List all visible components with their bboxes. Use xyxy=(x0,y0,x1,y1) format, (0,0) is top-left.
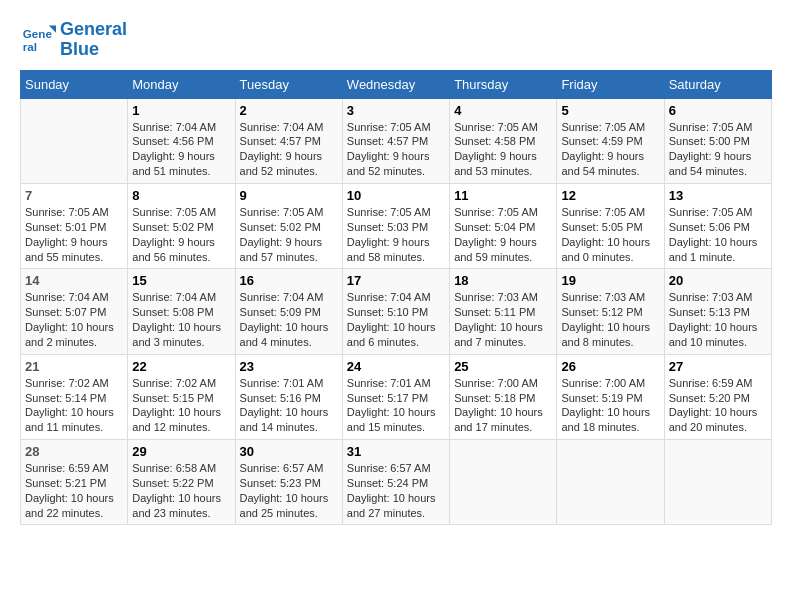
cell-info: Sunrise: 7:02 AMSunset: 5:14 PMDaylight:… xyxy=(25,376,123,435)
calendar-cell: 4Sunrise: 7:05 AMSunset: 4:58 PMDaylight… xyxy=(450,98,557,183)
week-row-3: 14Sunrise: 7:04 AMSunset: 5:07 PMDayligh… xyxy=(21,269,772,354)
cell-info: Sunrise: 7:05 AMSunset: 4:58 PMDaylight:… xyxy=(454,120,552,179)
cell-info: Sunrise: 7:04 AMSunset: 5:10 PMDaylight:… xyxy=(347,290,445,349)
cell-info: Sunrise: 7:05 AMSunset: 5:03 PMDaylight:… xyxy=(347,205,445,264)
cell-info: Sunrise: 7:05 AMSunset: 5:06 PMDaylight:… xyxy=(669,205,767,264)
calendar-cell: 6Sunrise: 7:05 AMSunset: 5:00 PMDaylight… xyxy=(664,98,771,183)
day-number: 15 xyxy=(132,273,230,288)
cell-info: Sunrise: 6:57 AMSunset: 5:24 PMDaylight:… xyxy=(347,461,445,520)
cell-info: Sunrise: 7:05 AMSunset: 4:57 PMDaylight:… xyxy=(347,120,445,179)
calendar-cell: 31Sunrise: 6:57 AMSunset: 5:24 PMDayligh… xyxy=(342,440,449,525)
col-header-monday: Monday xyxy=(128,70,235,98)
day-number: 17 xyxy=(347,273,445,288)
day-number: 14 xyxy=(25,273,123,288)
calendar-cell: 29Sunrise: 6:58 AMSunset: 5:22 PMDayligh… xyxy=(128,440,235,525)
calendar-cell: 30Sunrise: 6:57 AMSunset: 5:23 PMDayligh… xyxy=(235,440,342,525)
col-header-sunday: Sunday xyxy=(21,70,128,98)
cell-info: Sunrise: 7:05 AMSunset: 5:01 PMDaylight:… xyxy=(25,205,123,264)
calendar-cell: 17Sunrise: 7:04 AMSunset: 5:10 PMDayligh… xyxy=(342,269,449,354)
day-number: 25 xyxy=(454,359,552,374)
calendar-cell: 12Sunrise: 7:05 AMSunset: 5:05 PMDayligh… xyxy=(557,183,664,268)
calendar-cell: 24Sunrise: 7:01 AMSunset: 5:17 PMDayligh… xyxy=(342,354,449,439)
cell-info: Sunrise: 7:03 AMSunset: 5:13 PMDaylight:… xyxy=(669,290,767,349)
day-number: 12 xyxy=(561,188,659,203)
cell-info: Sunrise: 7:00 AMSunset: 5:18 PMDaylight:… xyxy=(454,376,552,435)
cell-info: Sunrise: 6:57 AMSunset: 5:23 PMDaylight:… xyxy=(240,461,338,520)
calendar-cell: 27Sunrise: 6:59 AMSunset: 5:20 PMDayligh… xyxy=(664,354,771,439)
day-number: 19 xyxy=(561,273,659,288)
cell-info: Sunrise: 7:01 AMSunset: 5:16 PMDaylight:… xyxy=(240,376,338,435)
cell-info: Sunrise: 7:03 AMSunset: 5:12 PMDaylight:… xyxy=(561,290,659,349)
day-number: 11 xyxy=(454,188,552,203)
cell-info: Sunrise: 7:05 AMSunset: 5:00 PMDaylight:… xyxy=(669,120,767,179)
calendar-cell: 19Sunrise: 7:03 AMSunset: 5:12 PMDayligh… xyxy=(557,269,664,354)
logo: Gene ral GeneralBlue xyxy=(20,20,127,60)
day-number: 5 xyxy=(561,103,659,118)
calendar-cell: 18Sunrise: 7:03 AMSunset: 5:11 PMDayligh… xyxy=(450,269,557,354)
calendar-cell: 1Sunrise: 7:04 AMSunset: 4:56 PMDaylight… xyxy=(128,98,235,183)
svg-text:Gene: Gene xyxy=(23,27,53,40)
cell-info: Sunrise: 7:05 AMSunset: 4:59 PMDaylight:… xyxy=(561,120,659,179)
cell-info: Sunrise: 7:05 AMSunset: 5:02 PMDaylight:… xyxy=(240,205,338,264)
day-number: 18 xyxy=(454,273,552,288)
day-number: 21 xyxy=(25,359,123,374)
day-number: 1 xyxy=(132,103,230,118)
day-number: 8 xyxy=(132,188,230,203)
day-number: 28 xyxy=(25,444,123,459)
logo-text: GeneralBlue xyxy=(60,20,127,60)
col-header-friday: Friday xyxy=(557,70,664,98)
week-row-2: 7Sunrise: 7:05 AMSunset: 5:01 PMDaylight… xyxy=(21,183,772,268)
calendar-cell: 22Sunrise: 7:02 AMSunset: 5:15 PMDayligh… xyxy=(128,354,235,439)
calendar-cell xyxy=(664,440,771,525)
calendar-cell: 14Sunrise: 7:04 AMSunset: 5:07 PMDayligh… xyxy=(21,269,128,354)
calendar-cell: 7Sunrise: 7:05 AMSunset: 5:01 PMDaylight… xyxy=(21,183,128,268)
cell-info: Sunrise: 6:59 AMSunset: 5:21 PMDaylight:… xyxy=(25,461,123,520)
calendar-cell xyxy=(21,98,128,183)
day-number: 24 xyxy=(347,359,445,374)
cell-info: Sunrise: 6:58 AMSunset: 5:22 PMDaylight:… xyxy=(132,461,230,520)
calendar-cell xyxy=(450,440,557,525)
calendar-cell: 16Sunrise: 7:04 AMSunset: 5:09 PMDayligh… xyxy=(235,269,342,354)
calendar-cell: 8Sunrise: 7:05 AMSunset: 5:02 PMDaylight… xyxy=(128,183,235,268)
cell-info: Sunrise: 7:05 AMSunset: 5:04 PMDaylight:… xyxy=(454,205,552,264)
cell-info: Sunrise: 7:05 AMSunset: 5:05 PMDaylight:… xyxy=(561,205,659,264)
cell-info: Sunrise: 7:02 AMSunset: 5:15 PMDaylight:… xyxy=(132,376,230,435)
calendar-cell: 9Sunrise: 7:05 AMSunset: 5:02 PMDaylight… xyxy=(235,183,342,268)
calendar-cell: 20Sunrise: 7:03 AMSunset: 5:13 PMDayligh… xyxy=(664,269,771,354)
calendar-table: SundayMondayTuesdayWednesdayThursdayFrid… xyxy=(20,70,772,526)
calendar-cell: 10Sunrise: 7:05 AMSunset: 5:03 PMDayligh… xyxy=(342,183,449,268)
calendar-cell: 23Sunrise: 7:01 AMSunset: 5:16 PMDayligh… xyxy=(235,354,342,439)
svg-text:ral: ral xyxy=(23,40,37,53)
calendar-cell xyxy=(557,440,664,525)
calendar-cell: 26Sunrise: 7:00 AMSunset: 5:19 PMDayligh… xyxy=(557,354,664,439)
day-number: 7 xyxy=(25,188,123,203)
logo-icon: Gene ral xyxy=(20,22,56,58)
cell-info: Sunrise: 7:00 AMSunset: 5:19 PMDaylight:… xyxy=(561,376,659,435)
cell-info: Sunrise: 7:03 AMSunset: 5:11 PMDaylight:… xyxy=(454,290,552,349)
calendar-cell: 5Sunrise: 7:05 AMSunset: 4:59 PMDaylight… xyxy=(557,98,664,183)
cell-info: Sunrise: 7:04 AMSunset: 5:09 PMDaylight:… xyxy=(240,290,338,349)
calendar-cell: 3Sunrise: 7:05 AMSunset: 4:57 PMDaylight… xyxy=(342,98,449,183)
day-number: 9 xyxy=(240,188,338,203)
cell-info: Sunrise: 7:05 AMSunset: 5:02 PMDaylight:… xyxy=(132,205,230,264)
calendar-cell: 15Sunrise: 7:04 AMSunset: 5:08 PMDayligh… xyxy=(128,269,235,354)
day-number: 13 xyxy=(669,188,767,203)
page-header: Gene ral GeneralBlue xyxy=(20,20,772,60)
day-number: 4 xyxy=(454,103,552,118)
day-number: 30 xyxy=(240,444,338,459)
cell-info: Sunrise: 7:04 AMSunset: 5:08 PMDaylight:… xyxy=(132,290,230,349)
day-number: 26 xyxy=(561,359,659,374)
day-number: 10 xyxy=(347,188,445,203)
day-number: 16 xyxy=(240,273,338,288)
calendar-cell: 28Sunrise: 6:59 AMSunset: 5:21 PMDayligh… xyxy=(21,440,128,525)
calendar-cell: 11Sunrise: 7:05 AMSunset: 5:04 PMDayligh… xyxy=(450,183,557,268)
day-number: 22 xyxy=(132,359,230,374)
week-row-4: 21Sunrise: 7:02 AMSunset: 5:14 PMDayligh… xyxy=(21,354,772,439)
cell-info: Sunrise: 7:04 AMSunset: 5:07 PMDaylight:… xyxy=(25,290,123,349)
col-header-thursday: Thursday xyxy=(450,70,557,98)
cell-info: Sunrise: 7:04 AMSunset: 4:56 PMDaylight:… xyxy=(132,120,230,179)
day-number: 31 xyxy=(347,444,445,459)
calendar-cell: 13Sunrise: 7:05 AMSunset: 5:06 PMDayligh… xyxy=(664,183,771,268)
day-number: 6 xyxy=(669,103,767,118)
col-header-saturday: Saturday xyxy=(664,70,771,98)
